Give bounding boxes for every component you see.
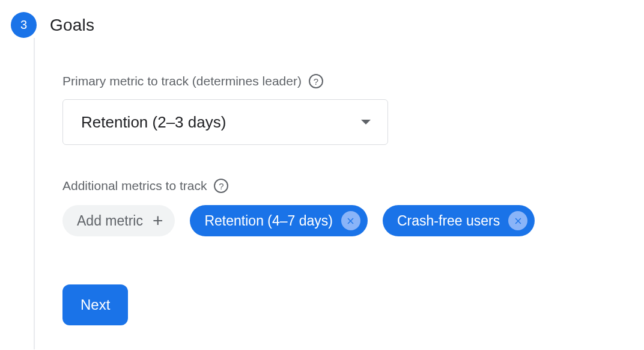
help-icon[interactable]: ? (214, 179, 228, 193)
remove-chip-button[interactable] (508, 211, 527, 230)
metric-chip: Crash-free users (383, 205, 535, 236)
primary-metric-value: Retention (2–3 days) (81, 113, 226, 132)
help-icon[interactable]: ? (309, 74, 323, 88)
close-icon (345, 216, 356, 226)
plus-icon: + (153, 212, 163, 230)
next-button[interactable]: Next (62, 284, 128, 325)
metric-chip-label: Retention (4–7 days) (204, 213, 333, 229)
remove-chip-button[interactable] (341, 211, 360, 230)
step-body: Primary metric to track (determines lead… (34, 38, 633, 349)
add-metric-label: Add metric (77, 213, 143, 229)
additional-metrics-label: Additional metrics to track (62, 179, 207, 193)
primary-metric-label: Primary metric to track (determines lead… (62, 74, 302, 88)
close-icon (513, 216, 523, 226)
step-number-badge: 3 (11, 12, 37, 38)
metric-chip-label: Crash-free users (397, 213, 500, 229)
metric-chip: Retention (4–7 days) (190, 205, 368, 236)
metric-chips: Add metric + Retention (4–7 days) Crash-… (62, 205, 633, 236)
primary-metric-select[interactable]: Retention (2–3 days) (62, 99, 388, 145)
step-header: 3 Goals (11, 12, 633, 38)
dropdown-icon (361, 120, 371, 124)
step-title: Goals (50, 16, 94, 35)
add-metric-button[interactable]: Add metric + (62, 205, 175, 236)
